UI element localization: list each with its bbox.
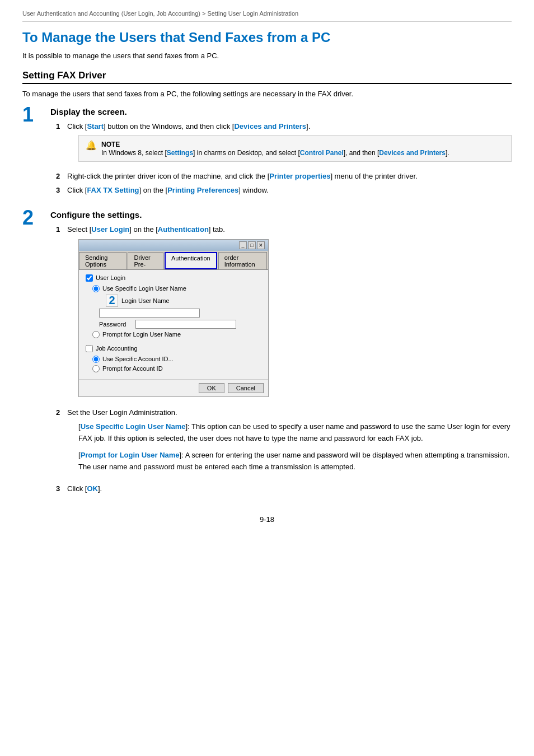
step-2-sub-3-content: Click [OK]. [67, 484, 512, 493]
step-1-sub-2-content: Right-click the printer driver icon of t… [67, 172, 512, 180]
use-specific-link[interactable]: Use Specific Login User Name [81, 422, 186, 431]
dialog-body: User Login Use Specific Login User Name … [79, 270, 268, 379]
step-2-number: 2 [22, 208, 50, 228]
step2-badge: 2 [106, 295, 118, 307]
note-box: 🔔 NOTE In Windows 8, select [Settings] i… [78, 135, 512, 162]
step-1-substeps: 1 Click [Start] button on the Windows, a… [56, 122, 512, 194]
user-login-link[interactable]: User Login [91, 225, 129, 234]
dialog-screenshot: _ □ ✕ Sending Options Driver Pre- Authen… [78, 239, 269, 397]
printer-properties-link[interactable]: Printer properties [269, 172, 330, 180]
use-specific-account-radio[interactable] [92, 356, 100, 363]
devices-printers-note-link[interactable]: Devices and Printers [379, 149, 446, 157]
step-2-sub-1-number: 1 [56, 225, 67, 234]
section-intro: To manage the users that send faxes from… [22, 90, 512, 98]
step-1-sub-3-content: Click [FAX TX Setting] on the [Printing … [67, 186, 512, 194]
step-1-sub-1-content: Click [Start] button on the Windows, and… [67, 122, 512, 166]
page-number: 9-18 [22, 515, 512, 524]
job-accounting-checkbox-row: Job Accounting [86, 345, 261, 352]
tab-authentication[interactable]: Authentication [165, 252, 217, 269]
password-input[interactable] [135, 320, 236, 329]
use-specific-account-radio-row: Use Specific Account ID... [92, 356, 261, 363]
close-button[interactable]: ✕ [257, 241, 265, 249]
ok-button[interactable]: OK [199, 383, 224, 393]
authentication-link[interactable]: Authentication [158, 225, 209, 234]
step-2-sub-1-content: Select [User Login] on the [Authenticati… [67, 225, 512, 403]
prompt-login-radio[interactable] [92, 331, 100, 338]
step-2-sub-2-text: Set the User Login Administration. [67, 408, 177, 417]
login-user-name-label: Login User Name [121, 297, 170, 304]
dialog-footer: OK Cancel [79, 379, 268, 396]
note-label: NOTE [101, 141, 120, 148]
step-2-sub-2: 2 Set the User Login Administration. [Us… [56, 408, 512, 479]
description-block-1: [Use Specific Login User Name]: This opt… [78, 421, 512, 473]
page-title: To Manage the Users that Send Faxes from… [22, 30, 512, 46]
note-content: NOTE In Windows 8, select [Settings] in … [101, 140, 449, 157]
user-login-checkbox-row: User Login [86, 274, 261, 282]
ok-link[interactable]: OK [87, 484, 98, 493]
dialog-titlebar: _ □ ✕ [79, 240, 268, 251]
use-specific-radio-row: Use Specific Login User Name [92, 285, 261, 292]
password-label: Password [99, 321, 133, 328]
control-panel-link[interactable]: Control Panel [300, 149, 344, 157]
start-link[interactable]: Start [87, 122, 104, 130]
login-name-input-row [99, 309, 261, 318]
job-accounting-checkbox[interactable] [86, 345, 93, 352]
tab-sending-options[interactable]: Sending Options [79, 252, 127, 269]
tab-order-info[interactable]: order Information [218, 252, 267, 269]
step-1-sub-2: 2 Right-click the printer driver icon of… [56, 172, 512, 180]
step-2-sub-3-number: 3 [56, 484, 67, 493]
step-1-title: Display the screen. [50, 107, 512, 116]
prompt-login-label: Prompt for Login User Name [102, 331, 181, 338]
section-title: Setting FAX Driver [22, 70, 512, 84]
cancel-button[interactable]: Cancel [228, 383, 264, 393]
job-accounting-label: Job Accounting [96, 345, 138, 352]
password-input-row: Password [99, 320, 261, 329]
tab-driver-pre[interactable]: Driver Pre- [128, 252, 163, 269]
prompt-account-radio[interactable] [92, 365, 100, 372]
note-icon: 🔔 [86, 140, 97, 151]
page-intro: It is possible to manage the users that … [22, 52, 512, 60]
use-specific-label: Use Specific Login User Name [102, 285, 186, 292]
step-2-substeps: 1 Select [User Login] on the [Authentica… [56, 225, 512, 493]
use-specific-radio[interactable] [92, 285, 100, 292]
step-2-sub-2-content: Set the User Login Administration. [Use … [67, 408, 512, 479]
step-1-sub-1-number: 1 [56, 122, 67, 130]
settings-link[interactable]: Settings [167, 149, 193, 157]
minimize-button[interactable]: _ [239, 241, 247, 249]
prompt-login-link[interactable]: Prompt for Login User Name [81, 451, 180, 459]
step-1-content: Display the screen. 1 Click [Start] butt… [50, 107, 512, 200]
step-1-sub-1: 1 Click [Start] button on the Windows, a… [56, 122, 512, 166]
note-text: In Windows 8, select [Settings] in charm… [101, 149, 449, 157]
login-name-input[interactable] [99, 309, 200, 318]
maximize-button[interactable]: □ [248, 241, 256, 249]
use-specific-account-label: Use Specific Account ID... [102, 356, 174, 362]
step-2-sub-1: 1 Select [User Login] on the [Authentica… [56, 225, 512, 403]
step-2-title: Configure the settings. [50, 210, 512, 220]
dialog-tabs: Sending Options Driver Pre- Authenticati… [79, 251, 268, 270]
printing-preferences-link[interactable]: Printing Preferences [167, 186, 238, 194]
step-2-sub-3: 3 Click [OK]. [56, 484, 512, 493]
step-1-number: 1 [22, 105, 50, 125]
titlebar-buttons: _ □ ✕ [239, 241, 265, 249]
user-login-label: User Login [96, 274, 125, 281]
devices-printers-link[interactable]: Devices and Printers [234, 122, 306, 130]
prompt-account-label: Prompt for Account ID [102, 365, 163, 372]
step-1: 1 Display the screen. 1 Click [Start] bu… [22, 107, 512, 200]
desc-para-2: [Prompt for Login User Name]: A screen f… [78, 450, 512, 473]
step-2: 2 Configure the settings. 1 Select [User… [22, 210, 512, 498]
fax-tx-setting-link[interactable]: FAX TX Setting [87, 186, 139, 194]
step-1-sub-3-number: 3 [56, 186, 67, 194]
prompt-login-radio-row: Prompt for Login User Name [92, 331, 261, 338]
breadcrumb: User Authentication and Accounting (User… [22, 10, 512, 22]
step-1-sub-3: 3 Click [FAX TX Setting] on the [Printin… [56, 186, 512, 194]
user-login-checkbox[interactable] [86, 274, 93, 282]
prompt-account-radio-row: Prompt for Account ID [92, 365, 261, 372]
step-1-sub-2-number: 2 [56, 172, 67, 180]
desc-para-1: [Use Specific Login User Name]: This opt… [78, 421, 512, 445]
step-2-sub-2-number: 2 [56, 408, 67, 417]
step-2-content: Configure the settings. 1 Select [User L… [50, 210, 512, 498]
